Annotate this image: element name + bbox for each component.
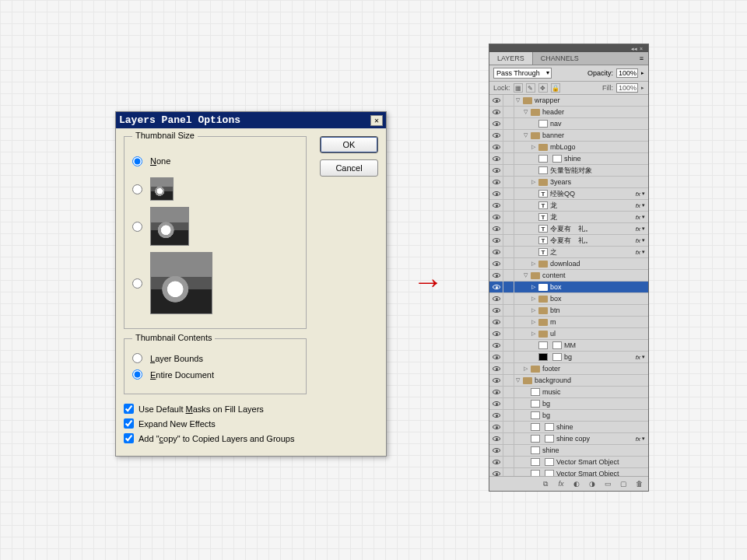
visibility-toggle[interactable] (489, 352, 503, 362)
layer-row[interactable]: bg (489, 410, 648, 422)
layer-row[interactable]: ▷box (489, 293, 648, 305)
fx-expand-icon[interactable]: ▾ (642, 214, 645, 220)
visibility-toggle[interactable] (489, 445, 503, 456)
fill-arrow-icon[interactable]: ▸ (641, 85, 644, 91)
visibility-toggle[interactable] (489, 130, 503, 141)
disclosure-icon[interactable]: ▷ (530, 307, 536, 313)
layer-row[interactable]: shine (489, 422, 648, 433)
visibility-toggle[interactable] (489, 468, 503, 476)
visibility-toggle[interactable] (489, 398, 503, 409)
layer-row[interactable]: music (489, 387, 648, 398)
disclosure-icon[interactable]: ▽ (522, 109, 528, 115)
layer-row[interactable]: shine (489, 445, 648, 457)
fx-expand-icon[interactable]: ▾ (642, 237, 645, 243)
visibility-toggle[interactable] (489, 200, 503, 211)
visibility-toggle[interactable] (489, 177, 503, 187)
radio-large[interactable] (132, 278, 142, 289)
layer-row[interactable]: 矢量智能对象 (489, 165, 648, 177)
visibility-toggle[interactable] (489, 457, 503, 467)
radio-layer-bounds[interactable] (132, 353, 142, 363)
fx-expand-icon[interactable]: ▾ (642, 202, 645, 208)
visibility-toggle[interactable] (489, 107, 503, 117)
layer-row[interactable]: bgfx▾ (489, 352, 648, 363)
ok-button[interactable]: OK (320, 136, 378, 153)
visibility-toggle[interactable] (489, 375, 503, 386)
adjustment-icon[interactable]: ◑ (587, 479, 598, 488)
checkbox-default-masks[interactable] (124, 404, 134, 414)
disclosure-icon[interactable]: ▷ (530, 144, 536, 150)
layer-row[interactable]: ▽background (489, 375, 648, 387)
layer-row[interactable]: ▽banner (489, 130, 648, 142)
layer-row[interactable]: ▽header (489, 107, 648, 118)
disclosure-icon[interactable]: ▷ (530, 179, 536, 185)
lock-all-icon[interactable]: 🔒 (551, 83, 560, 93)
lock-position-icon[interactable]: ✥ (538, 83, 548, 93)
disclosure-icon[interactable]: ▷ (530, 331, 536, 337)
link-layers-icon[interactable]: ⧉ (540, 479, 551, 488)
disclosure-icon[interactable]: ▷ (522, 366, 528, 372)
visibility-toggle[interactable] (489, 118, 503, 129)
mask-icon[interactable]: ◐ (571, 479, 582, 488)
visibility-toggle[interactable] (489, 317, 503, 327)
collapse-icon[interactable]: ◂◂ (631, 46, 637, 51)
fx-expand-icon[interactable]: ▾ (642, 191, 645, 197)
layer-row[interactable]: T经验QQfx▾ (489, 188, 648, 200)
visibility-toggle[interactable] (489, 410, 503, 421)
visibility-toggle[interactable] (489, 282, 503, 292)
layer-row[interactable]: nav (489, 118, 648, 130)
visibility-toggle[interactable] (489, 247, 503, 257)
cancel-button[interactable]: Cancel (320, 159, 378, 177)
tab-layers[interactable]: LAYERS (489, 52, 533, 65)
visibility-toggle[interactable] (489, 270, 503, 281)
lock-pixels-icon[interactable]: ✎ (526, 83, 535, 93)
layer-row[interactable]: bg (489, 398, 648, 410)
visibility-toggle[interactable] (489, 223, 503, 234)
new-group-icon[interactable]: ▭ (602, 479, 613, 488)
disclosure-icon[interactable]: ▽ (522, 272, 528, 278)
radio-none[interactable] (132, 156, 142, 166)
visibility-toggle[interactable] (489, 305, 503, 316)
visibility-toggle[interactable] (489, 433, 503, 444)
layer-row[interactable]: T令夏有 礼。fx▾ (489, 223, 648, 235)
radio-medium[interactable] (132, 222, 142, 232)
fx-icon[interactable]: fx (556, 479, 566, 488)
layer-row[interactable]: ▷3years (489, 177, 648, 188)
disclosure-icon[interactable]: ▷ (530, 261, 536, 267)
layer-row[interactable]: ▷m (489, 317, 648, 328)
lock-transparency-icon[interactable]: ▦ (514, 83, 523, 93)
disclosure-icon[interactable]: ▷ (530, 319, 536, 325)
trash-icon[interactable]: 🗑 (633, 479, 644, 488)
visibility-toggle[interactable] (489, 387, 503, 397)
layer-row[interactable]: ▷footer (489, 363, 648, 375)
checkbox-add-copy[interactable] (124, 433, 134, 443)
close-icon[interactable]: ✕ (370, 115, 383, 126)
layer-row[interactable]: Vector Smart Object (489, 468, 648, 476)
layer-row[interactable]: ▷box (489, 282, 648, 293)
layer-row[interactable]: shine (489, 153, 648, 165)
layer-row[interactable]: T令夏有 礼。fx▾ (489, 235, 648, 247)
fx-expand-icon[interactable]: ▾ (642, 354, 645, 360)
layer-row[interactable]: T龙fx▾ (489, 212, 648, 223)
disclosure-icon[interactable]: ▽ (514, 97, 521, 103)
fx-expand-icon[interactable]: ▾ (642, 226, 645, 232)
radio-entire-document[interactable] (132, 369, 142, 380)
layer-row[interactable]: Vector Smart Object (489, 457, 648, 468)
visibility-toggle[interactable] (489, 212, 503, 222)
disclosure-icon[interactable]: ▽ (514, 377, 521, 383)
disclosure-icon[interactable]: ▽ (522, 132, 528, 138)
blend-mode-dropdown[interactable]: Pass Through (493, 68, 552, 79)
disclosure-icon[interactable]: ▷ (530, 296, 536, 302)
visibility-toggle[interactable] (489, 142, 503, 152)
layer-row[interactable]: ▷btn (489, 305, 648, 317)
layer-row[interactable]: ▽content (489, 270, 648, 282)
layer-row[interactable]: T龙fx▾ (489, 200, 648, 212)
layer-row[interactable]: shine copyfx▾ (489, 433, 648, 445)
visibility-toggle[interactable] (489, 422, 503, 432)
visibility-toggle[interactable] (489, 328, 503, 339)
visibility-toggle[interactable] (489, 153, 503, 164)
visibility-toggle[interactable] (489, 363, 503, 374)
visibility-toggle[interactable] (489, 188, 503, 199)
panel-menu-icon[interactable]: ≡ (635, 52, 648, 65)
layer-row[interactable]: ▷download (489, 258, 648, 270)
layer-row[interactable]: ▷ul (489, 328, 648, 340)
